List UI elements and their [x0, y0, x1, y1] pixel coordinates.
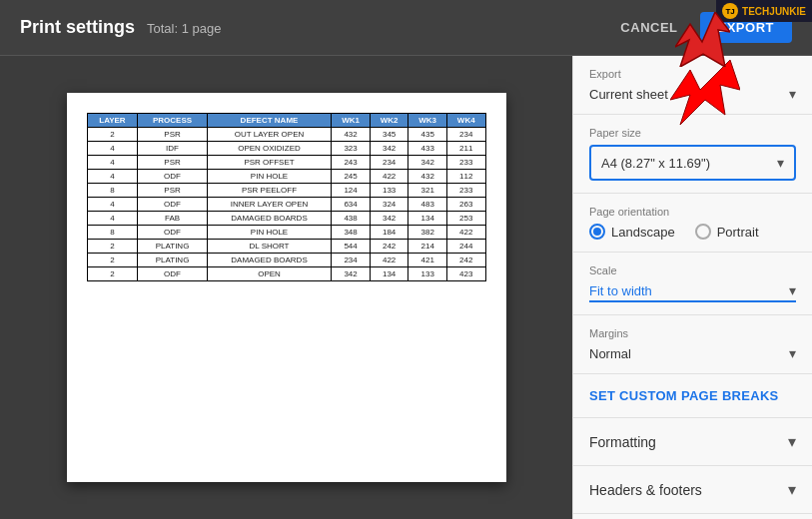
table-cell: 4 [87, 170, 138, 184]
table-cell: 422 [370, 170, 408, 184]
table-cell: 233 [446, 184, 485, 198]
table-cell: 324 [370, 198, 408, 212]
table-cell: 342 [370, 142, 408, 156]
table-cell: 342 [332, 267, 371, 281]
table-row: 4IDFOPEN OXIDIZED323342433211 [87, 142, 485, 156]
table-cell: OUT LAYER OPEN [207, 128, 332, 142]
landscape-option[interactable]: Landscape [589, 224, 675, 240]
table-cell: PSR OFFSET [207, 156, 332, 170]
portrait-radio[interactable] [695, 224, 711, 240]
table-cell: 438 [332, 212, 371, 226]
table-row: 4FABDAMAGED BOARDS438342134253 [87, 212, 485, 226]
margins-value: Normal [589, 346, 789, 361]
scale-section: Scale Fit to width ▾ [573, 253, 812, 315]
table-row: 4ODFINNER LAYER OPEN634324483263 [87, 198, 485, 212]
formatting-arrow: ▾ [788, 432, 796, 451]
portrait-label: Portrait [717, 225, 759, 240]
landscape-radio[interactable] [589, 224, 605, 240]
table-cell: 234 [446, 128, 485, 142]
table-cell: PLATING [138, 254, 207, 267]
scale-label: Scale [589, 264, 796, 276]
table-cell: PSR PEELOFF [207, 184, 332, 198]
table-cell: PSR [138, 156, 207, 170]
table-cell: 342 [408, 156, 447, 170]
orientation-row: Landscape Portrait [589, 224, 796, 240]
table-cell: 244 [446, 240, 485, 254]
table-cell: 432 [332, 128, 371, 142]
table-cell: 134 [370, 267, 408, 281]
logo-badge: TJ TECHJUNKIE [716, 0, 812, 22]
table-cell: 321 [408, 184, 447, 198]
page-preview: LAYERPROCESSDEFECT NAMEWK1WK2WK3WK4 2PSR… [67, 93, 506, 482]
table-header-cell: WK1 [332, 114, 371, 128]
table-cell: 8 [87, 184, 138, 198]
table-row: 4ODFPIN HOLE245422432112 [87, 170, 485, 184]
table-cell: PSR [138, 128, 207, 142]
table-cell: PIN HOLE [207, 226, 332, 240]
table-cell: OPEN OXIDIZED [207, 142, 332, 156]
table-cell: PLATING [138, 240, 207, 254]
table-cell: DAMAGED BOARDS [207, 254, 332, 267]
table-header-cell: WK4 [446, 114, 485, 128]
scale-dropdown[interactable]: Fit to width ▾ [589, 282, 796, 302]
table-row: 4PSRPSR OFFSET243234342233 [87, 156, 485, 170]
table-cell: 2 [87, 254, 138, 267]
formatting-section[interactable]: Formatting ▾ [573, 418, 812, 466]
headers-footers-label: Headers & footers [589, 482, 702, 498]
table-cell: 432 [408, 170, 447, 184]
table-cell: 634 [332, 198, 371, 212]
paper-size-dropdown[interactable]: A4 (8.27" x 11.69") ▾ [589, 145, 796, 181]
table-cell: 234 [370, 156, 408, 170]
table-cell: PIN HOLE [207, 170, 332, 184]
table-cell: ODF [138, 170, 207, 184]
table-row: 2PLATINGDAMAGED BOARDS234422421242 [87, 254, 485, 267]
page-title: Print settings [20, 17, 135, 38]
table-cell: IDF [138, 142, 207, 156]
table-cell: 4 [87, 198, 138, 212]
table-row: 8PSRPSR PEELOFF124133321233 [87, 184, 485, 198]
table-cell: ODF [138, 226, 207, 240]
header-left: Print settings Total: 1 page [20, 17, 221, 38]
table-cell: OPEN [207, 267, 332, 281]
portrait-option[interactable]: Portrait [695, 224, 759, 240]
headers-footers-arrow: ▾ [788, 480, 796, 499]
table-cell: 263 [446, 198, 485, 212]
table-cell: 323 [332, 142, 371, 156]
paper-size-value: A4 (8.27" x 11.69") [601, 156, 710, 171]
svg-marker-1 [675, 12, 730, 67]
table-cell: INNER LAYER OPEN [207, 198, 332, 212]
table-cell: 4 [87, 156, 138, 170]
table-cell: 423 [446, 267, 485, 281]
table-cell: 2 [87, 240, 138, 254]
landscape-label: Landscape [611, 225, 675, 240]
table-cell: 348 [332, 226, 371, 240]
orientation-section: Page orientation Landscape Portrait [573, 194, 812, 253]
custom-breaks-link[interactable]: SET CUSTOM PAGE BREAKS [573, 374, 812, 417]
margins-dropdown[interactable]: Normal ▾ [589, 345, 796, 361]
table-header-cell: LAYER [87, 114, 138, 128]
export-dropdown-arrow: ▾ [789, 86, 796, 102]
table-cell: 4 [87, 142, 138, 156]
table-cell: 184 [370, 226, 408, 240]
table-header-row: LAYERPROCESSDEFECT NAMEWK1WK2WK3WK4 [87, 114, 485, 128]
table-cell: 8 [87, 226, 138, 240]
table-header-cell: WK2 [370, 114, 408, 128]
headers-footers-section[interactable]: Headers & footers ▾ [573, 466, 812, 514]
table-cell: 253 [446, 212, 485, 226]
margins-arrow: ▾ [789, 345, 796, 361]
table-cell: 134 [408, 212, 447, 226]
table-cell: 544 [332, 240, 371, 254]
table-row: 8ODFPIN HOLE348184382422 [87, 226, 485, 240]
paper-size-arrow: ▾ [777, 155, 784, 171]
table-header-cell: DEFECT NAME [207, 114, 332, 128]
table-body: 2PSROUT LAYER OPEN4323454352344IDFOPEN O… [87, 128, 485, 281]
table-cell: 345 [370, 128, 408, 142]
scale-arrow: ▾ [789, 282, 796, 298]
table-row: 2ODFOPEN342134133423 [87, 267, 485, 281]
table-cell: 124 [332, 184, 371, 198]
table-cell: 433 [408, 142, 447, 156]
table-cell: DAMAGED BOARDS [207, 212, 332, 226]
table-cell: DL SHORT [207, 240, 332, 254]
table-cell: 242 [370, 240, 408, 254]
custom-breaks-section: SET CUSTOM PAGE BREAKS [573, 374, 812, 418]
